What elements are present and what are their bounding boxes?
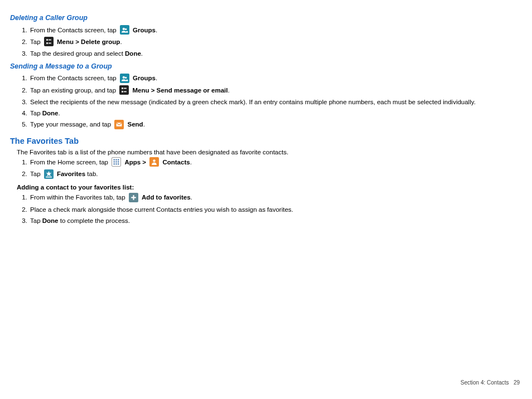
page-footer: Section 4: Contacts 29	[461, 379, 520, 387]
svg-rect-15	[118, 159, 119, 160]
svg-rect-18	[118, 162, 119, 163]
menu-icon	[119, 85, 129, 95]
step-bold: Done	[125, 50, 141, 57]
list-item: Type your message, and tap Send.	[29, 120, 522, 129]
step-text: Tap	[30, 110, 42, 116]
step-bold: Done	[42, 217, 59, 224]
list-item: From within the Favorites tab, tap Add t…	[29, 193, 522, 202]
svg-point-0	[123, 28, 125, 30]
step-bold: Groups	[133, 75, 156, 81]
list-item: From the Contacts screen, tap Groups.	[29, 74, 522, 83]
step-bold: Apps >	[124, 159, 148, 166]
step-text: From the Contacts screen, tap	[30, 27, 118, 33]
list-add-favorites: From within the Favorites tab, tap Add t…	[10, 193, 522, 225]
svg-point-7	[125, 76, 127, 78]
period: .	[190, 159, 192, 166]
svg-rect-4	[49, 40, 51, 41]
svg-rect-16	[114, 162, 115, 163]
svg-rect-9	[122, 91, 123, 93]
favorites-icon	[44, 169, 54, 179]
svg-point-6	[123, 76, 125, 78]
heading-sending-message: Sending a Message to a Group	[10, 62, 522, 72]
step-bold: Send	[128, 121, 143, 128]
step-bold: Favorites	[57, 171, 85, 177]
svg-rect-21	[118, 164, 119, 165]
step-bold: Contacts	[162, 159, 190, 166]
intro-text: The Favorites tab is a list of the phone…	[17, 148, 522, 157]
step-bold: Add to favorites	[142, 194, 191, 201]
sublabel-text: Adding a contact to your favorites list:	[17, 184, 134, 191]
step-text: Tap the desired group and select	[30, 50, 125, 57]
svg-point-22	[153, 160, 156, 162]
footer-section: Section 4: Contacts	[461, 379, 509, 386]
svg-rect-19	[114, 164, 115, 165]
svg-rect-11	[124, 91, 127, 93]
list-item: Place a check mark alongside those curre…	[29, 205, 522, 214]
list-item: Tap the desired group and select Done.	[29, 49, 522, 58]
list-item: Tap Done to complete the process.	[29, 216, 522, 225]
period: .	[191, 194, 192, 201]
step-text: Tap an existing group, and tap	[30, 87, 118, 94]
svg-rect-20	[116, 164, 117, 165]
list-sending: From the Contacts screen, tap Groups. Ta…	[10, 74, 522, 130]
footer-page: 29	[514, 379, 520, 386]
list-item: Tap Done.	[29, 109, 522, 118]
list-deleting: From the Contacts screen, tap Groups. Ta…	[10, 26, 522, 59]
send-icon	[114, 120, 124, 129]
list-item: From the Contacts screen, tap Groups.	[29, 26, 522, 35]
step-text: Select the recipients of the new message…	[30, 99, 476, 105]
menu-icon	[44, 37, 54, 46]
step-text: Tap	[30, 171, 42, 177]
step-text: From the Contacts screen, tap	[30, 75, 118, 81]
step-bold: Menu > Delete group	[57, 38, 120, 45]
svg-rect-23	[46, 177, 52, 178]
step-text: to complete the process.	[60, 217, 130, 224]
period: .	[228, 87, 229, 94]
period: .	[156, 75, 157, 81]
svg-point-1	[125, 28, 127, 30]
step-text: Type your message, and tap	[30, 121, 113, 128]
svg-rect-3	[46, 43, 48, 45]
list-item: From the Home screen, tap Apps > Contact…	[29, 158, 522, 167]
step-text: Tap	[30, 217, 42, 224]
svg-rect-5	[49, 43, 51, 44]
svg-rect-8	[122, 87, 123, 89]
svg-rect-13	[114, 159, 115, 160]
groups-icon	[120, 74, 129, 83]
step-bold: Groups	[133, 27, 156, 33]
list-item: Tap Menu > Delete group.	[29, 37, 522, 47]
step-text: From the Home screen, tap	[30, 159, 110, 166]
list-item: Select the recipients of the new message…	[29, 98, 522, 106]
svg-rect-2	[46, 40, 48, 41]
list-item: Tap an existing group, and tap Menu > Se…	[29, 86, 522, 95]
groups-icon	[120, 25, 129, 35]
step-bold: Done	[42, 110, 59, 116]
svg-rect-17	[116, 162, 117, 163]
contacts-icon	[149, 157, 159, 167]
svg-rect-25	[131, 197, 136, 198]
add-icon	[129, 193, 138, 202]
step-text: From within the Favorites tab, tap	[30, 194, 127, 201]
list-item: Tap Favorites tab.	[29, 169, 522, 179]
step-text: Place a check mark alongside those curre…	[30, 206, 293, 213]
list-favorites: From the Home screen, tap Apps > Contact…	[10, 158, 522, 179]
svg-rect-14	[116, 159, 117, 160]
step-text: Tap	[30, 38, 42, 45]
apps-icon	[112, 157, 121, 167]
subheading-adding-favorite: Adding a contact to your favorites list:	[17, 183, 522, 192]
heading-favorites-tab: The Favorites Tab	[10, 135, 522, 147]
step-bold: Menu > Send message or email	[132, 87, 228, 94]
period: .	[59, 110, 60, 116]
step-text: tab.	[85, 171, 98, 177]
period: .	[156, 27, 157, 33]
svg-rect-10	[124, 88, 127, 89]
period: .	[120, 38, 122, 45]
period: .	[141, 50, 143, 57]
heading-deleting-group: Deleting a Caller Group	[10, 13, 522, 23]
period: .	[143, 121, 145, 128]
